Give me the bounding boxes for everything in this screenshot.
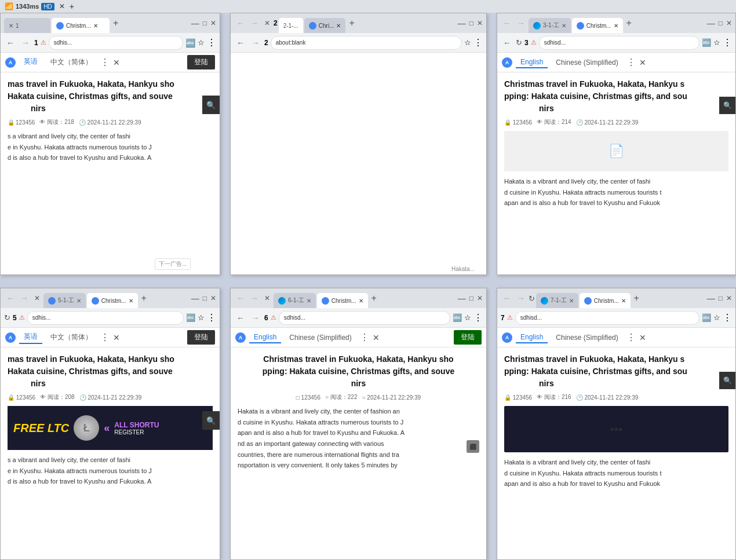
address-bar-6[interactable]: sdhisd... bbox=[515, 311, 699, 325]
close-btn-6[interactable]: ✕ bbox=[726, 294, 732, 302]
tab-close-3[interactable]: ✕ bbox=[562, 23, 566, 29]
new-tab-btn[interactable]: + bbox=[70, 2, 74, 11]
translate-close-5[interactable]: ✕ bbox=[373, 333, 380, 342]
search-btn-4[interactable]: 🔍 bbox=[202, 411, 220, 430]
translate-close-3[interactable]: ✕ bbox=[639, 58, 646, 67]
tab-close-5b[interactable]: ✕ bbox=[359, 298, 363, 304]
minimize-btn-1[interactable]: — bbox=[191, 19, 199, 28]
tab-active-2[interactable]: 2-1-... bbox=[279, 18, 303, 33]
lang-en-btn-3[interactable]: English bbox=[516, 57, 548, 68]
search-btn-3[interactable]: 🔍 bbox=[719, 97, 735, 114]
star-icon-4[interactable]: ☆ bbox=[198, 313, 205, 322]
login-btn-1[interactable]: 登陆 bbox=[187, 55, 215, 69]
maximize-btn-4[interactable]: □ bbox=[203, 294, 207, 302]
maximize-btn-6[interactable]: □ bbox=[719, 294, 723, 302]
lang-cn-btn-5[interactable]: Chinese (Simplified) bbox=[285, 332, 356, 343]
tab-active-3[interactable]: 3-1-工 ✕ bbox=[529, 18, 571, 33]
tab-active-1[interactable]: Christm... ✕ bbox=[52, 18, 110, 33]
more-icon-2[interactable]: ⋮ bbox=[473, 37, 483, 48]
tab-active-4[interactable]: 5-1-工 ✕ bbox=[43, 293, 86, 308]
tab-close-3b[interactable]: ✕ bbox=[614, 23, 618, 29]
minimize-btn-2[interactable]: — bbox=[458, 19, 466, 28]
close-btn-2[interactable]: ✕ bbox=[477, 19, 483, 27]
maximize-btn-5[interactable]: □ bbox=[469, 294, 473, 302]
back-btn-3[interactable]: ← bbox=[501, 19, 513, 28]
new-tab-btn-1[interactable]: + bbox=[111, 18, 121, 28]
reload-btn-3[interactable]: ↻ bbox=[516, 38, 522, 47]
address-bar-4[interactable]: sdhis... bbox=[27, 311, 184, 325]
search-btn-1[interactable]: 🔍 bbox=[202, 96, 220, 114]
address-bar-5[interactable]: sdhisd... bbox=[279, 311, 450, 325]
back-nav-2[interactable]: ← bbox=[234, 37, 247, 49]
reload-btn-4[interactable]: ↻ bbox=[4, 313, 10, 322]
close-btn-1[interactable]: ✕ bbox=[210, 19, 216, 27]
close-btn-5[interactable]: ✕ bbox=[477, 294, 483, 302]
tab-active-3b[interactable]: Christm... ✕ bbox=[572, 18, 623, 33]
forward-nav-5[interactable]: → bbox=[249, 312, 262, 324]
close-btn-4[interactable]: ✕ bbox=[210, 294, 216, 302]
translate-icon-1[interactable]: 🔤 bbox=[185, 38, 195, 47]
back-btn-5[interactable]: ← bbox=[234, 294, 247, 303]
translate-close-1[interactable]: ✕ bbox=[113, 58, 120, 67]
reload-btn-6[interactable]: ↻ bbox=[529, 294, 535, 303]
close-btn-4-x[interactable]: ✕ bbox=[32, 294, 42, 302]
minimize-btn-5[interactable]: — bbox=[458, 294, 466, 303]
close-btn[interactable]: ✕ bbox=[59, 2, 65, 10]
translate-icon-6[interactable]: 🔤 bbox=[702, 313, 711, 322]
lang-cn-btn-4[interactable]: 中文（简体） bbox=[46, 331, 97, 343]
translate-icon-3[interactable]: 🔤 bbox=[702, 38, 711, 47]
new-tab-btn-3[interactable]: + bbox=[624, 18, 634, 28]
forward-nav-2[interactable]: → bbox=[249, 37, 262, 49]
tab-active-5b[interactable]: Christm... ✕ bbox=[317, 293, 368, 308]
forward-btn-5[interactable]: → bbox=[248, 294, 261, 303]
translate-more-5[interactable]: ⋮ bbox=[360, 332, 369, 343]
minimize-btn-6[interactable]: — bbox=[707, 294, 715, 303]
translate-icon-5[interactable]: 🔤 bbox=[453, 313, 462, 322]
star-icon-3[interactable]: ☆ bbox=[713, 38, 720, 47]
translate-more-4[interactable]: ⋮ bbox=[100, 332, 110, 343]
tab-close-2[interactable]: ✕ bbox=[336, 23, 341, 29]
back-btn-1[interactable]: ← bbox=[4, 37, 17, 49]
lang-zh-btn-1[interactable]: 英语 bbox=[19, 56, 42, 69]
login-btn-5[interactable]: 登陆 bbox=[454, 330, 482, 345]
lang-en-btn-5[interactable]: English bbox=[249, 332, 281, 343]
tab-close-5a[interactable]: ✕ bbox=[307, 298, 311, 304]
translate-close-4[interactable]: ✕ bbox=[113, 333, 120, 342]
tab-inactive-1[interactable]: ✕ 1 bbox=[4, 18, 50, 33]
lang-en-btn-6[interactable]: English bbox=[516, 332, 548, 343]
translate-more-1[interactable]: ⋮ bbox=[100, 57, 110, 68]
new-tab-btn-6[interactable]: + bbox=[632, 293, 642, 303]
translate-icon-4[interactable]: 🔤 bbox=[186, 313, 195, 322]
tab-close-4b[interactable]: ✕ bbox=[129, 298, 133, 304]
translate-more-3[interactable]: ⋮ bbox=[626, 57, 636, 68]
minimize-btn-4[interactable]: — bbox=[191, 294, 199, 303]
close-btn-5-x[interactable]: ✕ bbox=[262, 294, 272, 302]
tab-active-6b[interactable]: Christm... ✕ bbox=[580, 293, 631, 308]
translate-close-6[interactable]: ✕ bbox=[639, 333, 646, 342]
more-icon-5[interactable]: ⋮ bbox=[473, 312, 483, 323]
back-btn-4[interactable]: ← bbox=[4, 294, 17, 303]
forward-btn-1[interactable]: → bbox=[19, 37, 32, 49]
star-icon-6[interactable]: ☆ bbox=[713, 313, 720, 322]
address-bar-2[interactable]: about:blank bbox=[271, 36, 462, 50]
tab-close-1[interactable]: ✕ bbox=[93, 23, 98, 29]
forward-btn-3[interactable]: → bbox=[515, 19, 527, 28]
tab-active-6a[interactable]: 7-1-工 ✕ bbox=[536, 293, 578, 308]
new-tab-btn-4[interactable]: + bbox=[139, 293, 149, 303]
forward-btn-4[interactable]: → bbox=[18, 294, 31, 303]
minimize-btn-3[interactable]: — bbox=[707, 19, 715, 28]
back-nav-5[interactable]: ← bbox=[234, 312, 247, 324]
back-btn-6[interactable]: ← bbox=[501, 294, 513, 303]
new-tab-btn-5[interactable]: + bbox=[369, 293, 379, 303]
more-icon-4[interactable]: ⋮ bbox=[207, 312, 216, 323]
forward-btn-6[interactable]: → bbox=[515, 294, 527, 303]
star-icon-5[interactable]: ☆ bbox=[464, 313, 471, 322]
star-icon-1[interactable]: ☆ bbox=[198, 38, 205, 47]
maximize-btn-3[interactable]: □ bbox=[719, 19, 723, 27]
back-nav-3[interactable]: ← bbox=[501, 37, 513, 49]
tab-active-2b[interactable]: Chri... ✕ bbox=[304, 18, 346, 33]
tab-close-6a[interactable]: ✕ bbox=[569, 298, 574, 304]
star-icon-2[interactable]: ☆ bbox=[464, 38, 471, 47]
media-btn-5[interactable]: ⬛ bbox=[467, 440, 479, 453]
close-btn-3[interactable]: ✕ bbox=[726, 19, 732, 27]
